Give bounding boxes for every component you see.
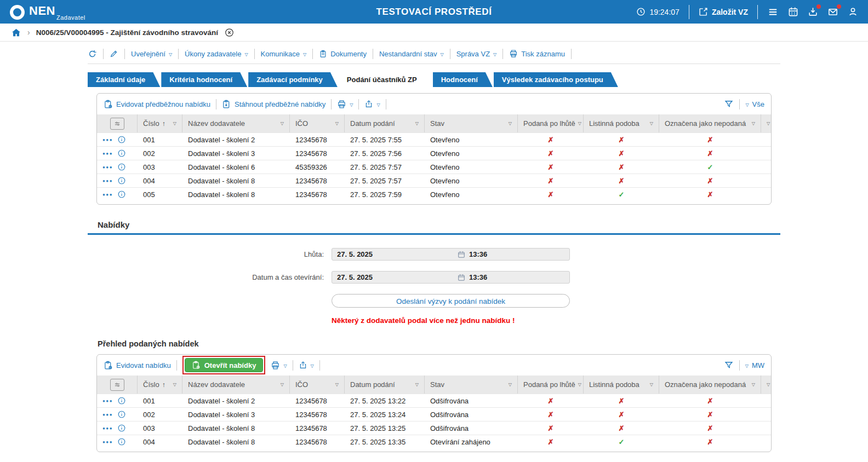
- row-menu-icon[interactable]: ●●●: [102, 178, 113, 183]
- table-row[interactable]: ●●●004Dodavatel - školení 81234567827. 5…: [97, 435, 771, 448]
- column-settings-icon[interactable]: [110, 379, 124, 391]
- lhuta-date-value[interactable]: 27. 5. 2025: [337, 250, 458, 258]
- chevron-down-icon[interactable]: ▽: [281, 121, 284, 126]
- table-row[interactable]: ●●●002Dodavatel - školení 31234567827. 5…: [97, 407, 771, 421]
- tab-kritéria-hodnocení[interactable]: Kritéria hodnocení: [161, 72, 247, 87]
- otevirani-field[interactable]: 27. 5. 2025 13:36: [332, 271, 570, 284]
- stahnout-predbezne-nabidky-button[interactable]: Stáhnout předběžné nabídky: [222, 100, 326, 109]
- print-record-button[interactable]: Tisk záznamu: [509, 49, 565, 58]
- chevron-down-icon[interactable]: ▽: [173, 121, 176, 126]
- messages-button[interactable]: [827, 7, 838, 17]
- column-label: Stav: [430, 380, 444, 389]
- filter-funnel-icon[interactable]: [724, 99, 734, 109]
- evidovat-nabidku-button[interactable]: Evidovat nabídku: [104, 361, 171, 370]
- menu-dokumenty[interactable]: Dokumenty: [319, 50, 367, 58]
- info-icon[interactable]: [117, 424, 126, 432]
- chevron-down-icon[interactable]: ▽: [578, 121, 581, 126]
- chevron-down-icon[interactable]: ▽: [752, 121, 755, 126]
- info-icon[interactable]: [117, 135, 126, 144]
- table-row[interactable]: ●●●001Dodavatel - školení 21234567827. 5…: [97, 394, 771, 407]
- chevron-down-icon[interactable]: ▽: [415, 382, 419, 387]
- view-filter-dropdown[interactable]: ▽ MW: [745, 361, 764, 369]
- info-icon[interactable]: [117, 437, 126, 446]
- info-icon[interactable]: [117, 190, 126, 199]
- table-row[interactable]: ●●●001Dodavatel - školení 21234567827. 5…: [97, 132, 771, 146]
- menu-uverejneni[interactable]: Uveřejnění▽: [131, 50, 172, 58]
- user-profile-button[interactable]: [848, 7, 858, 17]
- menu-ukony-zadavatele[interactable]: Úkony zadavatele▽: [185, 50, 248, 58]
- row-menu-icon[interactable]: ●●●: [102, 426, 113, 431]
- chevron-down-icon[interactable]: ▽: [650, 121, 653, 126]
- tab-základní-údaje[interactable]: Základní údaje: [88, 72, 160, 87]
- menu-komunikace[interactable]: Komunikace▽: [261, 50, 307, 58]
- table-row[interactable]: ●●●004Dodavatel - školení 81234567827. 5…: [97, 174, 771, 187]
- chevron-down-icon[interactable]: ▽: [578, 382, 581, 387]
- chevron-down-icon[interactable]: ▽: [173, 382, 176, 387]
- clipboard-gear-icon: [104, 100, 113, 109]
- lhuta-field[interactable]: 27. 5. 2025 13:36: [332, 248, 570, 261]
- row-menu-icon[interactable]: ●●●: [102, 192, 113, 197]
- inbox-button[interactable]: [808, 7, 818, 17]
- row-menu-icon[interactable]: ●●●: [102, 440, 113, 444]
- info-icon[interactable]: [117, 163, 126, 171]
- tab-podání-účastníků-zp[interactable]: Podání účastníků ZP: [339, 72, 432, 87]
- chevron-down-icon[interactable]: ▽: [415, 121, 419, 126]
- table-row[interactable]: ●●●003Dodavatel - školení 81234567827. 5…: [97, 421, 771, 435]
- cross-icon: ✗: [619, 177, 625, 185]
- print-table-button[interactable]: ▽: [271, 361, 287, 370]
- refresh-button[interactable]: [88, 49, 97, 59]
- info-icon[interactable]: [117, 149, 126, 158]
- home-icon[interactable]: [11, 27, 21, 38]
- sort-asc-icon[interactable]: ↑: [162, 381, 165, 389]
- tab-hodnocení[interactable]: Hodnocení: [433, 72, 493, 87]
- cell-cislo: 001: [138, 394, 182, 407]
- info-icon[interactable]: [117, 396, 126, 405]
- divider: [331, 99, 332, 109]
- table-row[interactable]: ●●●003Dodavatel - školení 64535932627. 5…: [97, 160, 771, 174]
- chevron-down-icon[interactable]: ▽: [335, 121, 339, 126]
- odeslani-vyzvy-button[interactable]: Odeslání výzvy k podání nabídek: [332, 294, 570, 308]
- menu-sprava-vz[interactable]: Správa VZ▽: [456, 50, 497, 58]
- tab-zadávací-podmínky[interactable]: Zadávací podmínky: [248, 72, 338, 87]
- chevron-down-icon[interactable]: ▽: [335, 382, 339, 387]
- row-menu-icon[interactable]: ●●●: [102, 165, 113, 170]
- sort-asc-icon[interactable]: ↑: [162, 120, 165, 128]
- filter-funnel-icon[interactable]: [724, 360, 734, 370]
- export-table-button[interactable]: ▽: [299, 361, 314, 369]
- create-vz-button[interactable]: Založit VZ: [699, 7, 748, 16]
- lhuta-time-value[interactable]: 13:36: [469, 250, 487, 258]
- info-icon[interactable]: [117, 410, 126, 419]
- podane-nabidky-table: Číslo↑▽Název dodavatele▽IČO▽Datum podání…: [97, 376, 771, 448]
- table-row[interactable]: ●●●005Dodavatel - školení 81234567827. 5…: [97, 187, 771, 201]
- info-icon[interactable]: [117, 176, 126, 185]
- printer-icon: [509, 49, 518, 58]
- chevron-down-icon[interactable]: ▽: [281, 382, 284, 387]
- calendar-button[interactable]: [788, 7, 798, 17]
- column-settings-icon[interactable]: [110, 118, 124, 130]
- share-export-icon: [299, 361, 307, 369]
- view-filter-dropdown[interactable]: ▽ Vše: [745, 100, 764, 108]
- otevirani-date-value[interactable]: 27. 5. 2025: [337, 273, 458, 281]
- chevron-down-icon[interactable]: ▽: [767, 121, 770, 126]
- edit-record-button[interactable]: [110, 49, 118, 58]
- chevron-down-icon[interactable]: ▽: [509, 382, 512, 387]
- menu-button[interactable]: [767, 7, 779, 17]
- nen-logo[interactable]: NENZadavatel: [10, 4, 85, 20]
- close-tab-icon[interactable]: [224, 27, 235, 38]
- chevron-down-icon[interactable]: ▽: [752, 382, 755, 387]
- print-table-button[interactable]: ▽: [337, 100, 353, 109]
- chevron-down-icon[interactable]: ▽: [509, 121, 512, 126]
- row-menu-icon[interactable]: ●●●: [102, 137, 113, 142]
- table-row[interactable]: ●●●002Dodavatel - školení 31234567827. 5…: [97, 146, 771, 160]
- evidovat-predbeznou-nabidku-button[interactable]: Evidovat předběžnou nabídku: [104, 100, 210, 109]
- chevron-down-icon[interactable]: ▽: [650, 382, 653, 387]
- row-menu-icon[interactable]: ●●●: [102, 151, 113, 156]
- row-menu-icon[interactable]: ●●●: [102, 399, 113, 403]
- export-table-button[interactable]: ▽: [364, 100, 380, 108]
- chevron-down-icon[interactable]: ▽: [767, 382, 770, 387]
- tab-výsledek-zadávacího-postupu[interactable]: Výsledek zadávacího postupu: [494, 72, 618, 87]
- row-menu-icon[interactable]: ●●●: [102, 412, 113, 417]
- otevirani-time-value[interactable]: 13:36: [469, 273, 487, 281]
- menu-nestandardni-stav[interactable]: Nestandardní stav▽: [379, 50, 444, 58]
- otevrit-nabidky-button[interactable]: Otevřít nabídky: [185, 358, 264, 372]
